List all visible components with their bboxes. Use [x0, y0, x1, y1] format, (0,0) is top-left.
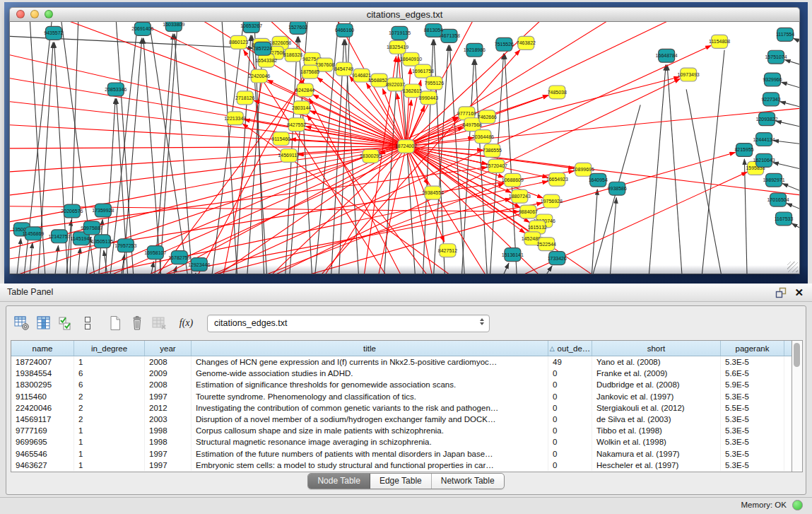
graph-node[interactable]: 6466160: [335, 23, 354, 37]
graph-node[interactable]: 9242844: [295, 83, 314, 97]
graph-node[interactable]: 9884067: [519, 205, 538, 218]
graph-node[interactable]: 12142757: [48, 230, 70, 243]
graph-node[interactable]: 93975887: [81, 221, 102, 235]
column-header-name[interactable]: name: [11, 341, 74, 356]
graph-node[interactable]: 12444134: [753, 133, 775, 146]
graph-node[interactable]: 2522544: [537, 238, 556, 251]
graph-node[interactable]: 7463822: [517, 36, 536, 49]
graph-node[interactable]: 8990443: [419, 91, 438, 105]
graph-node[interactable]: 18724007: [395, 140, 417, 153]
graph-node[interactable]: 12213343: [224, 112, 246, 125]
table-row[interactable]: 946362711997Embryonic stem cells: a mode…: [11, 460, 792, 471]
graph-node[interactable]: 19384554: [422, 186, 444, 199]
column-header-in-degree[interactable]: in_degree: [74, 341, 145, 356]
graph-node[interactable]: 1875685: [300, 65, 319, 78]
graph-node[interactable]: 18325419: [387, 40, 408, 54]
graph-node[interactable]: 14569117: [278, 148, 300, 162]
graph-node[interactable]: 2803144: [292, 101, 311, 115]
network-canvas[interactable]: 1872400718300295193845549777169649756874…: [9, 22, 800, 274]
rows-icon[interactable]: [78, 314, 97, 332]
graph-node[interactable]: 15136141: [502, 248, 524, 262]
graph-node[interactable]: 8215955: [734, 144, 753, 157]
show-columns-icon[interactable]: [34, 314, 53, 332]
graph-node[interactable]: 16958107: [144, 246, 166, 259]
graph-node[interactable]: 19892971: [763, 173, 784, 187]
table-scrollbar[interactable]: [792, 340, 803, 472]
graph-node[interactable]: 2718126: [235, 91, 254, 105]
tab-edge-table[interactable]: Edge Table: [370, 474, 432, 489]
graph-node[interactable]: 9227343: [761, 93, 780, 106]
table-row[interactable]: 1830029562008Estimation of significance …: [11, 379, 792, 390]
graph-node[interactable]: 10719135: [389, 26, 411, 40]
graph-node[interactable]: 7386555: [483, 144, 502, 158]
graph-node[interactable]: 1640954: [589, 173, 608, 187]
graph-node[interactable]: 16782759: [168, 251, 190, 264]
graph-node[interactable]: 9435572: [44, 26, 63, 40]
close-panel-icon[interactable]: ✕: [794, 286, 804, 300]
graph-node[interactable]: 10688609: [502, 173, 524, 187]
column-header-out-degree[interactable]: △ out_de…: [548, 341, 592, 356]
window-titlebar[interactable]: citations_edges.txt: [9, 7, 800, 22]
graph-node[interactable]: 18807243: [509, 189, 531, 203]
select-all-check-icon[interactable]: [56, 314, 75, 332]
graph-node[interactable]: 1167533: [775, 212, 794, 226]
graph-node[interactable]: 10653267: [240, 22, 262, 33]
graph-node[interactable]: 1527602: [288, 22, 307, 34]
delete-column-icon[interactable]: [127, 314, 146, 332]
graph-node[interactable]: 9329966: [763, 73, 782, 86]
graph-node[interactable]: 1117554: [776, 28, 794, 41]
table-row[interactable]: 1938455462009Genome-wide association stu…: [11, 368, 792, 379]
graph-node[interactable]: 20853346: [105, 83, 126, 96]
tab-network-table[interactable]: Network Table: [432, 474, 504, 489]
graph-node[interactable]: 16654923: [546, 173, 568, 186]
table-row[interactable]: 1872400712008Changes of HCN gene express…: [11, 356, 792, 368]
graph-node[interactable]: 15720407: [486, 159, 507, 173]
graph-node[interactable]: 11456869: [23, 227, 45, 240]
create-column-icon[interactable]: [105, 314, 124, 332]
function-builder-icon[interactable]: f(x): [177, 314, 196, 332]
column-header-short[interactable]: short: [592, 341, 721, 356]
memory-ok-indicator-icon[interactable]: [792, 500, 803, 510]
column-header-year[interactable]: year: [145, 341, 192, 356]
graph-node[interactable]: 20691406: [131, 22, 153, 35]
graph-node[interactable]: 17016504: [767, 193, 789, 206]
graph-node[interactable]: 17359928: [92, 204, 114, 217]
graph-node[interactable]: 13505135: [91, 235, 113, 248]
graph-node[interactable]: 12923446: [188, 258, 210, 271]
graph-node[interactable]: 7462666: [478, 110, 497, 124]
graph-node[interactable]: 20364486: [472, 130, 494, 144]
graph-node[interactable]: 16543382: [255, 54, 277, 67]
graph-node[interactable]: 19218986: [464, 43, 486, 57]
graph-node[interactable]: 11154808: [709, 35, 730, 48]
graph-node[interactable]: 7955126: [425, 76, 444, 90]
graph-node[interactable]: 22420046: [248, 69, 270, 83]
graph-node[interactable]: 7485038: [548, 86, 567, 99]
graph-node[interactable]: 8427512: [438, 244, 457, 257]
graph-node[interactable]: 8860123: [229, 35, 248, 49]
close-window-icon[interactable]: [16, 10, 25, 18]
table-mode-icon[interactable]: [12, 314, 31, 332]
graph-node[interactable]: 8186328: [283, 48, 302, 62]
table-row[interactable]: 911546021997Tourette syndrome. Phenomeno…: [11, 391, 792, 402]
graph-node[interactable]: 8813054: [424, 23, 443, 37]
minimize-window-icon[interactable]: [30, 10, 39, 18]
scrollbar-thumb[interactable]: [794, 343, 800, 367]
graph-node[interactable]: 18640910: [400, 52, 422, 66]
table-row[interactable]: 977716911998Corpus callosum shape and si…: [11, 425, 792, 436]
float-panel-icon[interactable]: [775, 287, 787, 298]
graph-node[interactable]: 8427552: [287, 118, 306, 132]
table-row[interactable]: 1456911722003Disruption of a novel membe…: [11, 414, 792, 425]
resize-grip-icon[interactable]: [787, 262, 798, 272]
graph-node[interactable]: 9938586: [608, 182, 627, 195]
graph-node[interactable]: 16033809: [163, 22, 184, 31]
graph-node[interactable]: 18300295: [360, 149, 382, 163]
graph-node[interactable]: 15751074: [765, 50, 787, 64]
zoom-window-icon[interactable]: [45, 10, 53, 18]
network-graph[interactable]: 1872400718300295193845549777169649756874…: [10, 22, 799, 274]
graph-node[interactable]: 16648784: [656, 49, 678, 62]
graph-node[interactable]: 7857224: [253, 42, 272, 55]
graph-node[interactable]: 7515526: [495, 37, 514, 51]
tab-node-table[interactable]: Node Table: [308, 474, 370, 489]
table-row[interactable]: 946554611997Estimation of the future num…: [11, 448, 792, 460]
column-header-pagerank[interactable]: pagerank: [721, 341, 784, 356]
